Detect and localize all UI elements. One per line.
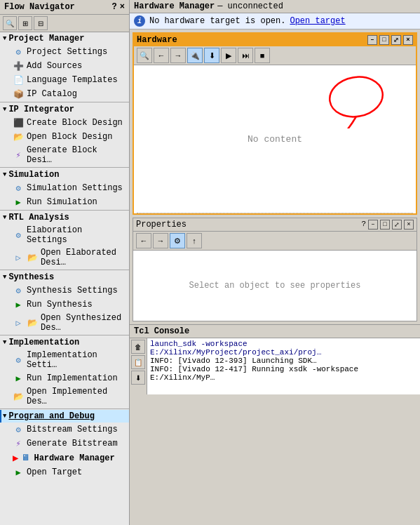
hw-info-bar: i No hardware target is open. Open targe…: [130, 13, 420, 29]
hw-window-title: Hardware: [137, 35, 177, 45]
sidebar-item-implementation-settings[interactable]: ⚙ Implementation Setti…: [0, 349, 129, 371]
section-simulation[interactable]: ▼ Simulation: [0, 168, 129, 181]
sidebar-item-label: Simulation Settings: [27, 183, 123, 193]
target-icon: ▶: [13, 467, 24, 478]
hw-no-content: No content: [248, 134, 302, 145]
sidebar-item-open-implemented-design[interactable]: 📂 Open Implemented Des…: [0, 385, 129, 408]
toolbar-collapse-btn[interactable]: ⊟: [34, 16, 48, 30]
sidebar-item-label: Create Block Design: [27, 118, 123, 128]
gear-icon: ⚙: [13, 46, 24, 58]
ip-icon: 📦: [13, 88, 24, 100]
sidebar-item-open-elaborated-design[interactable]: ▷ 📂 Open Elaborated Desi…: [0, 246, 129, 269]
sidebar-item-generate-bitstream[interactable]: ⚡ Generate Bitstream: [0, 437, 129, 451]
hw-tool-stop[interactable]: ■: [255, 48, 270, 63]
sidebar-item-create-block-design[interactable]: ⬛ Create Block Design: [0, 116, 129, 130]
lang-icon: 📄: [13, 74, 24, 86]
info-icon: i: [134, 15, 145, 27]
create-icon: ⬛: [13, 117, 24, 128]
sidebar-item-elaboration-settings[interactable]: ⚙ Elaboration Settings: [0, 224, 129, 246]
hw-window-close[interactable]: ×: [403, 35, 413, 45]
gear-icon: ⚙: [13, 230, 24, 241]
sidebar-item-label: Add Sources: [27, 61, 82, 71]
section-project-manager[interactable]: ▼ Project Manager: [0, 32, 129, 45]
section-synthesis[interactable]: ▼ Synthesis: [0, 271, 129, 284]
hw-window-expand[interactable]: ⤢: [391, 35, 401, 45]
props-forward-btn[interactable]: →: [153, 233, 168, 248]
sidebar-item-label: Synthesis Settings: [27, 286, 118, 295]
props-minimize[interactable]: –: [368, 220, 378, 230]
section-rtl-analysis[interactable]: ▼ RTL Analysis: [0, 211, 129, 224]
hw-window-restore[interactable]: □: [379, 35, 389, 45]
sidebar-item-label: Open Implemented Des…: [27, 387, 126, 406]
props-close[interactable]: ×: [404, 220, 414, 230]
tcl-sidebar: 🗑 📋 ⬇: [130, 338, 147, 394]
hw-tool-play[interactable]: ▶: [221, 48, 236, 63]
tcl-copy-btn[interactable]: 📋: [131, 355, 145, 369]
sidebar-item-open-synthesized-design[interactable]: ▷ 📂 Open Synthesized Des…: [0, 312, 129, 334]
props-help-btn[interactable]: ↑: [187, 233, 202, 248]
hardware-window: Hardware – □ ⤢ × 🔍 ← → 🔌 ⬇ ▶ ⏭ ■ No cont…: [133, 32, 417, 215]
sidebar-item-run-implementation[interactable]: ▶ Run Implementation: [0, 371, 129, 385]
props-restore[interactable]: □: [380, 220, 390, 230]
sidebar-item-bitstream-settings[interactable]: ⚙ Bitstream Settings: [0, 423, 129, 437]
run-icon: ▶: [13, 197, 24, 208]
sidebar-item-language-templates[interactable]: 📄 Language Templates: [0, 73, 129, 87]
sidebar-item-generate-block-design[interactable]: ⚡ Generate Block Desi…: [0, 144, 129, 166]
red-circle-annotation: [325, 72, 388, 128]
section-label-synthesis: Synthesis: [8, 272, 54, 282]
section-program-and-debug[interactable]: ▼ Program and Debug: [0, 410, 129, 423]
tcl-line-2: INFO: [Vivado 12-393] Launching SDK…: [150, 357, 417, 365]
props-config-btn[interactable]: ⚙: [170, 233, 185, 248]
hw-tool-connect[interactable]: 🔌: [187, 48, 203, 63]
open-icon: 📂: [27, 317, 38, 328]
sidebar-item-project-settings[interactable]: ⚙ Project Settings: [0, 45, 129, 59]
section-implementation[interactable]: ▼ Implementation: [0, 336, 129, 349]
sidebar-item-add-sources[interactable]: ➕ Add Sources: [0, 59, 129, 73]
sidebar-item-label: Open Synthesized Des…: [41, 313, 126, 333]
sidebar-item-label: Run Simulation: [27, 197, 97, 207]
sidebar-item-synthesis-settings[interactable]: ⚙ Synthesis Settings: [0, 284, 129, 298]
props-back-btn[interactable]: ←: [136, 233, 151, 248]
gear-icon: ⚙: [13, 424, 24, 435]
props-help[interactable]: ?: [361, 220, 366, 230]
hw-separator: [137, 213, 413, 213]
hw-tool-skip[interactable]: ⏭: [238, 48, 253, 63]
toolbar-expand-btn[interactable]: ⊞: [18, 16, 32, 30]
props-expand[interactable]: ⤢: [392, 220, 402, 230]
sidebar-item-open-target[interactable]: ▶ Open Target: [0, 465, 129, 479]
section-label-project-manager: Project Manager: [8, 34, 84, 44]
expand-arrow-icon: ▷: [13, 317, 24, 328]
toolbar-search-btn[interactable]: 🔍: [3, 16, 17, 30]
sidebar-item-run-synthesis[interactable]: ▶ Run Synthesis: [0, 298, 129, 312]
hw-tool-program[interactable]: ⬇: [204, 48, 219, 63]
sidebar-item-hardware-manager[interactable]: ▶ 🖥 Hardware Manager: [0, 451, 129, 465]
tcl-clear-btn[interactable]: 🗑: [131, 340, 145, 354]
sidebar-close-icon[interactable]: ×: [120, 2, 125, 12]
hw-tool-search[interactable]: 🔍: [137, 48, 152, 63]
add-icon: ➕: [13, 60, 24, 72]
hw-tool-forward[interactable]: →: [170, 48, 186, 63]
sidebar-item-ip-catalog[interactable]: 📦 IP Catalog: [0, 87, 129, 101]
sidebar-item-run-simulation[interactable]: ▶ Run Simulation: [0, 195, 129, 209]
hw-info-message: No hardware target is open.: [149, 16, 285, 26]
sidebar-item-label: Bitstream Settings: [27, 425, 118, 434]
sidebar-item-simulation-settings[interactable]: ⚙ Simulation Settings: [0, 181, 129, 195]
tcl-scroll-btn[interactable]: ⬇: [131, 371, 145, 385]
section-ip-integrator[interactable]: ▼ IP Integrator: [0, 103, 129, 116]
hw-manager-title: Hardware Manager: [134, 1, 215, 11]
hw-window-titlebar: Hardware – □ ⤢ ×: [134, 34, 416, 46]
sidebar-item-open-block-design[interactable]: 📂 Open Block Design: [0, 130, 129, 144]
hw-window-minimize[interactable]: –: [367, 35, 377, 45]
gear-icon: ⚙: [13, 354, 24, 366]
hw-window-controls: – □ ⤢ ×: [367, 35, 413, 45]
sidebar-help-icon[interactable]: ?: [112, 2, 117, 12]
flow-navigator-sidebar: Flow Navigator ? × 🔍 ⊞ ⊟ ▼ Project Manag…: [0, 0, 130, 525]
tcl-line-1: launch_sdk -workspace E:/Xilinx/MyProjec…: [150, 340, 417, 357]
sidebar-item-label: Run Synthesis: [27, 300, 93, 310]
tcl-console-header: Tcl Console: [130, 325, 420, 338]
props-titlebar: Properties ? – □ ⤢ ×: [133, 218, 416, 232]
gear-icon: ⚙: [13, 182, 24, 194]
open-target-link[interactable]: Open target: [290, 16, 345, 26]
hw-tool-back[interactable]: ←: [154, 48, 169, 63]
sidebar-content: ▼ Project Manager ⚙ Project Settings ➕ A…: [0, 32, 129, 525]
